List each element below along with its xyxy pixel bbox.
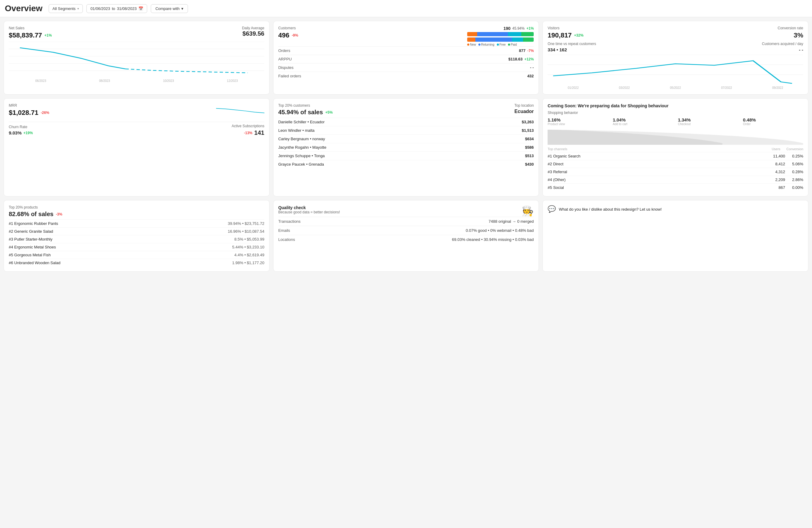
compare-with-button[interactable]: Compare with ▾ — [151, 4, 188, 13]
locations-label: Locations — [278, 237, 305, 242]
compare-label: Compare with — [155, 6, 179, 11]
locations-row: Locations 69.03% cleaned • 30.94% missin… — [278, 235, 534, 244]
net-sales-card: Net Sales $58,839.77 +1% Daily Average $… — [4, 21, 270, 95]
coming-soon-title: Coming Soon: We're preparing data for Sh… — [548, 103, 803, 108]
channel-list: #1 Organic Search11,4000.25%#2 Direct8,4… — [548, 152, 803, 191]
net-sales-x-labels: 06/202308/202310/202312/2023 — [9, 79, 264, 83]
orders-badge: -7% — [527, 49, 534, 53]
customers-card: Customers 496 -9% 190 45.94% +1% — [273, 21, 539, 95]
churn-value: 9.03% — [9, 130, 22, 135]
top-customers-pct: 45.94% of sales — [278, 109, 323, 116]
quality-check-card: Quality check Because good data = better… — [273, 200, 539, 272]
date-separator: to — [112, 6, 115, 11]
shopping-col: 1.34%Checkout — [678, 117, 738, 126]
bar-top-badge: +1% — [526, 26, 534, 30]
customers-badge: -9% — [292, 33, 298, 38]
shopping-col: 1.04%Add to cart — [613, 117, 673, 126]
main-grid: Net Sales $58,839.77 +1% Daily Average $… — [0, 17, 812, 275]
list-item: #3 Referral4,3120.28% — [548, 168, 803, 175]
list-item: #4 (Other)2,2092.86% — [548, 175, 803, 184]
calendar-icon: 📅 — [139, 6, 143, 11]
arppu-value: $118.63 — [508, 57, 522, 61]
visitors-x-labels: 01/202203/202205/202207/202209/2022 — [548, 86, 803, 89]
failed-value: 432 — [527, 74, 534, 78]
date-from: 01/06/2023 — [90, 6, 110, 11]
failed-label: Failed orders — [278, 74, 301, 78]
churn-rate-row: Churn Rate 9.03% +19% Active Subscriptio… — [9, 122, 264, 138]
users-col-label: Users — [772, 147, 781, 151]
transactions-value: 7488 original → 0 merged — [489, 219, 534, 224]
visitors-label: Visitors — [548, 26, 583, 30]
disputes-row: Disputes - - — [278, 63, 534, 72]
emails-value: 0.07% good • 0% webmail • 0.48% bad — [466, 228, 534, 233]
shopping-behavior-label: Shopping behavior — [548, 111, 803, 115]
locations-value: 69.03% cleaned • 30.94% missing • 0.03% … — [452, 237, 534, 242]
emails-row: Emails 0.07% good • 0% webmail • 0.48% b… — [278, 226, 534, 235]
list-item: #6 Unbranded Wooden Salad1.98% • $1,177.… — [9, 259, 264, 267]
date-range-picker[interactable]: 01/06/2023 to 31/08/2023 📅 — [86, 4, 147, 13]
feedback-card: 💬 What do you like / dislike about this … — [542, 200, 808, 272]
failed-orders-row: Failed orders 432 — [278, 72, 534, 80]
list-item: #5 Gorgeous Metal Fish4.4% • $2,619.49 — [9, 251, 264, 259]
date-to: 31/08/2023 — [117, 6, 136, 11]
segments-label: All Segments — [53, 6, 76, 11]
quality-title: Quality check — [278, 205, 340, 210]
acquired-label: Customers acquired / day — [762, 42, 803, 46]
list-item: Carley Bergnaum • norway$634 — [278, 134, 534, 143]
transactions-row: Transactions 7488 original → 0 merged — [278, 217, 534, 226]
conv-rate-value: 3% — [778, 31, 803, 39]
disputes-label: Disputes — [278, 65, 294, 70]
shopping-col: 1.16%Product view — [548, 117, 608, 126]
churn-label: Churn Rate — [9, 125, 33, 129]
list-item: Danielle Schiller • Ecuador$3,263 — [278, 117, 534, 126]
churn-badge: +19% — [24, 131, 33, 135]
mrr-card: MRR $1,028.71 -26% Churn Rate 9.03% +19% — [4, 98, 270, 197]
channels-label: Top channels — [548, 147, 567, 151]
top-products-title: Top 20% products — [9, 205, 62, 210]
acquired-value: - - — [762, 47, 803, 52]
subs-badge: -13% — [244, 131, 252, 135]
mrr-label: MRR — [9, 103, 49, 108]
orders-label: Orders — [278, 48, 290, 53]
conv-rate-label: Conversion rate — [778, 26, 803, 30]
orders-value: 877 — [519, 48, 525, 53]
arppu-badge: +12% — [524, 57, 534, 61]
customers-label: Customers — [278, 26, 298, 30]
coming-soon-card: Coming Soon: We're preparing data for Sh… — [542, 98, 808, 197]
arppu-row: ARPPU $118.63 +12% — [278, 55, 534, 63]
top-products-badge: -3% — [56, 212, 62, 216]
customer-list: Danielle Schiller • Ecuador$3,263Leon Wi… — [278, 117, 534, 168]
customers-value: 496 — [278, 31, 290, 39]
list-item: #2 Direct8,4125.06% — [548, 160, 803, 168]
list-item: #4 Ergonomic Metal Shoes5.44% • $3,233.1… — [9, 243, 264, 251]
segments-dropdown[interactable]: All Segments ▾ — [49, 4, 83, 13]
quality-icon: 🧑‍🍳 — [522, 205, 534, 217]
top-customers-badge: +5% — [325, 110, 333, 115]
orders-row: Orders 877 -7% — [278, 46, 534, 55]
net-sales-value: $58,839.77 — [9, 31, 42, 39]
mrr-value: $1,028.71 — [9, 109, 38, 117]
bar-top-value: 190 — [504, 26, 510, 31]
list-item: Grayce Paucek • Grenada$430 — [278, 160, 534, 168]
bar-top-pct: 45.94% — [512, 26, 525, 30]
feedback-icon: 💬 — [548, 205, 556, 213]
net-sales-badge: +1% — [44, 33, 52, 38]
page-title: Overview — [5, 4, 43, 13]
repeat-value: 334 • 162 — [548, 47, 596, 52]
daily-avg-value: $639.56 — [242, 30, 264, 37]
top-customers-card: Top 20% customers 45.94% of sales +5% To… — [273, 98, 539, 197]
emails-label: Emails — [278, 228, 305, 233]
bar-legend: New Returning Free Paid — [467, 43, 534, 46]
top-customers-title: Top 20% customers — [278, 103, 333, 108]
list-item: #3 Putler Starter-Monthly8.5% • $5,053.9… — [9, 235, 264, 243]
transactions-label: Transactions — [278, 219, 305, 224]
disputes-value: - - — [530, 65, 534, 70]
top-location-label: Top location — [514, 103, 534, 108]
visitors-chart — [548, 55, 803, 85]
daily-avg-label: Daily Average — [242, 26, 264, 30]
mrr-badge: -26% — [41, 111, 49, 115]
subs-value: 141 — [254, 129, 264, 136]
list-item: #1 Organic Search11,4000.25% — [548, 152, 803, 160]
top-products-pct: 82.68% of sales — [9, 211, 54, 218]
top-products-card: Top 20% products 82.68% of sales -3% #1 … — [4, 200, 270, 272]
